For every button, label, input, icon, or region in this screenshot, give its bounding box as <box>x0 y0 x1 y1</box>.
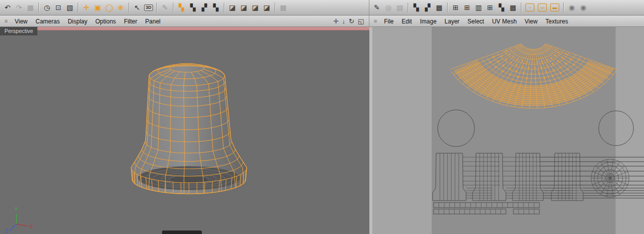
toolbar-separator <box>157 2 157 12</box>
bell-model-wireframe[interactable] <box>112 62 267 212</box>
menu-display[interactable]: Display <box>64 18 91 25</box>
cube-view-1-icon[interactable]: ◪ <box>227 2 238 13</box>
uv-clone-icon[interactable]: ◎ <box>383 2 394 13</box>
mode-3d-icon[interactable]: 3D <box>143 2 154 13</box>
uv-checker-ball-3-icon[interactable]: ▞ <box>199 2 210 13</box>
uv-projection-2-icon[interactable]: ⊞ <box>462 2 473 13</box>
cube-view-4-icon[interactable]: ◪ <box>261 2 272 13</box>
uv-menu-view[interactable]: View <box>521 18 542 25</box>
uv-menu-textures[interactable]: Textures <box>541 18 572 25</box>
toolbar-right-section: ✎◎▤▚▞▩⊞⊞▥⊞▚▩▫▭▬◉◉ <box>369 0 644 15</box>
uv-editor-panel[interactable] <box>372 27 644 234</box>
uv-checker-ball-2-icon[interactable]: ▚ <box>187 2 198 13</box>
axis-label-x: X <box>29 224 33 230</box>
axis-label-z: Z <box>5 229 8 234</box>
zoom-view-icon[interactable]: ↓ <box>342 17 345 25</box>
uv-menu-grip-icon[interactable]: ≡ <box>371 18 380 24</box>
checker-large-icon[interactable]: ▩ <box>434 2 445 13</box>
checker-medium-icon[interactable]: ▞ <box>422 2 433 13</box>
perspective-viewport[interactable]: Perspective Y X Z <box>0 27 372 234</box>
uv-menu-image[interactable]: Image <box>416 18 440 25</box>
menu-filter[interactable]: Filter <box>120 18 142 25</box>
live-selection-icon[interactable]: ⊡ <box>53 2 64 13</box>
uv-paint-brush-icon[interactable]: ✎ <box>371 2 382 13</box>
uv-grid-map-icon[interactable]: ▩ <box>507 2 518 13</box>
toolbar-separator <box>275 2 275 12</box>
uv-projection-3-icon[interactable]: ▥ <box>473 2 484 13</box>
toolbar-left-section: ↶↷▦◷⊡▧✛▣◯⊕↖3D✎▚▚▞▚◪◪◪◪▦ <box>0 0 369 15</box>
material-sphere-1-icon[interactable]: ◉ <box>566 2 577 13</box>
toolbar-separator <box>129 2 129 12</box>
viewport-title-tab[interactable]: Perspective <box>0 27 37 35</box>
toolbar-separator <box>408 2 408 12</box>
menubar-row: ≡ ViewCamerasDisplayOptionsFilterPanel ✛… <box>0 15 644 27</box>
uv-menu-items: FileEditImageLayerSelectUV MeshViewTextu… <box>380 16 572 25</box>
uv-projection-1-icon[interactable]: ⊞ <box>450 2 461 13</box>
scale-tool-icon[interactable]: ▣ <box>92 2 103 13</box>
uv-menu-file[interactable]: File <box>380 18 397 25</box>
history-grid-icon[interactable]: ▦ <box>25 2 36 13</box>
uv-editor-menubar: ≡ FileEditImageLayerSelectUV MeshViewTex… <box>369 15 644 26</box>
uv-menu-layer[interactable]: Layer <box>441 18 464 25</box>
toolbar-separator <box>173 2 173 12</box>
toolbar-separator <box>563 2 564 12</box>
uv-menu-uv-mesh[interactable]: UV Mesh <box>488 18 520 25</box>
pan-view-icon[interactable]: ✛ <box>333 17 338 25</box>
material-sphere-2-icon[interactable]: ◉ <box>578 2 589 13</box>
uv-checker-ball-1-icon[interactable]: ▚ <box>176 2 187 13</box>
axis-lock-icon[interactable]: ⊕ <box>115 2 126 13</box>
toolbar-separator <box>38 2 39 12</box>
uv-edge-mode-icon[interactable]: ▭ <box>538 3 547 11</box>
grid-options-icon[interactable]: ▦ <box>278 2 289 13</box>
uv-point-mode-icon[interactable]: ▫ <box>525 3 534 11</box>
axis-label-y: Y <box>14 207 18 212</box>
top-toolbar: ↶↷▦◷⊡▧✛▣◯⊕↖3D✎▚▚▞▚◪◪◪◪▦ ✎◎▤▚▞▩⊞⊞▥⊞▚▩▫▭▬◉… <box>0 0 644 15</box>
menu-cameras[interactable]: Cameras <box>31 18 64 25</box>
main-area: Perspective Y X Z <box>0 27 644 234</box>
paint-brush-icon[interactable]: ✎ <box>160 2 170 13</box>
rectangle-selection-icon[interactable]: ▧ <box>64 2 75 13</box>
uv-islands-drawing <box>372 27 644 234</box>
active-view-highlight <box>0 27 369 30</box>
cube-view-3-icon[interactable]: ◪ <box>250 2 261 13</box>
uv-checker-map-icon[interactable]: ▚ <box>496 2 507 13</box>
uv-polygon-mode-icon[interactable]: ▬ <box>550 3 559 11</box>
toolbar-separator <box>447 2 448 12</box>
pointer-tool-icon[interactable]: ↖ <box>132 2 143 13</box>
uv-menu-select[interactable]: Select <box>464 18 488 25</box>
rotate-tool-icon[interactable]: ◯ <box>104 2 115 13</box>
toolbar-separator <box>78 2 78 12</box>
toolbar-separator <box>224 2 224 12</box>
uv-menu-edit[interactable]: Edit <box>398 18 416 25</box>
viewport-menu-items: ViewCamerasDisplayOptionsFilterPanel <box>10 16 164 25</box>
redo-icon[interactable]: ↷ <box>13 2 24 13</box>
viewport-view-controls: ✛↓↻◱ <box>333 17 369 25</box>
viewport-hint-bubble <box>162 231 202 234</box>
menu-options[interactable]: Options <box>91 18 120 25</box>
checker-small-icon[interactable]: ▚ <box>411 2 422 13</box>
toolbar-separator <box>521 2 521 12</box>
move-tool-icon[interactable]: ✛ <box>81 2 92 13</box>
navigation-rotate-icon[interactable]: ◷ <box>41 2 52 13</box>
viewport-menu-grip-icon[interactable]: ≡ <box>1 18 10 24</box>
menu-panel[interactable]: Panel <box>141 18 164 25</box>
uv-checker-ball-4-icon[interactable]: ▚ <box>210 2 221 13</box>
uv-pattern-icon[interactable]: ▤ <box>394 2 405 13</box>
undo-icon[interactable]: ↶ <box>2 2 13 13</box>
cube-view-2-icon[interactable]: ◪ <box>238 2 249 13</box>
axis-gizmo: Y X Z <box>3 203 43 234</box>
menu-view[interactable]: View <box>10 18 31 25</box>
rotate-view-icon[interactable]: ↻ <box>349 17 354 25</box>
uv-projection-4-icon[interactable]: ⊞ <box>484 2 495 13</box>
viewport-menubar: ≡ ViewCamerasDisplayOptionsFilterPanel ✛… <box>0 15 369 26</box>
toggle-view-icon[interactable]: ◱ <box>358 17 364 25</box>
